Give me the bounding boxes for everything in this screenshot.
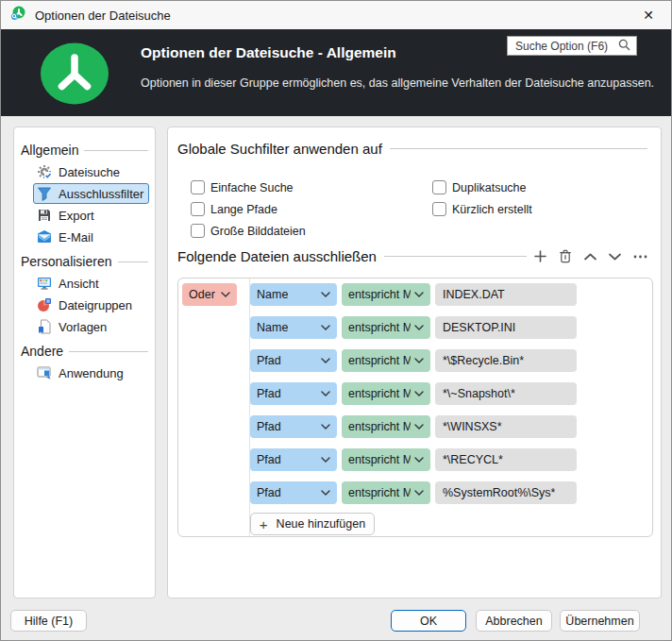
trash-icon[interactable] [559, 249, 572, 263]
checkbox-label: Duplikatsuche [452, 181, 527, 194]
pattern-value-field[interactable]: *\~Snapshot\* [435, 382, 577, 405]
sidebar-item-label: Vorlagen [59, 320, 107, 334]
pattern-value-field[interactable]: *\WINSXS* [435, 415, 577, 438]
checkbox[interactable] [191, 180, 205, 194]
main-panel: Globale Suchfilter anwenden auf Einfache… [167, 127, 662, 599]
sidebar-group-label: Allgemein [21, 143, 78, 158]
sidebar-group-header: Personalisieren [21, 251, 151, 272]
pattern-value: *\RECYCL* [443, 453, 503, 466]
field-select[interactable]: Pfad [250, 448, 337, 471]
sidebar-item-label: Export [59, 209, 94, 223]
field-label: Pfad [257, 486, 281, 499]
field-select[interactable]: Name [250, 316, 337, 339]
treesize-logo-icon [40, 42, 109, 109]
sidebar-item-label: Dateisuche [59, 165, 120, 179]
option-search-input[interactable] [513, 39, 614, 54]
pattern-value: DESKTOP.INI [443, 321, 515, 334]
match-type-select[interactable]: entspricht Mus [342, 316, 430, 339]
floppy-icon [37, 208, 52, 223]
field-select[interactable]: Pfad [250, 481, 337, 504]
pattern-value: %SystemRoot%\Sys* [443, 486, 555, 499]
application-icon [37, 365, 52, 380]
sidebar-item-label: Ausschlussfilter [59, 187, 143, 201]
apply-button[interactable]: Übernehmen [560, 610, 640, 632]
chevron-down-icon [411, 457, 424, 463]
pattern-value-field[interactable]: DESKTOP.INI [435, 316, 577, 339]
envelope-icon [37, 229, 52, 245]
checkbox-option-einfache-suche: Einfache Suche [191, 177, 306, 198]
checkbox-option-duplikatsuche: Duplikatsuche [432, 177, 532, 198]
divider [390, 148, 647, 149]
chevron-down-icon[interactable] [609, 253, 621, 261]
pattern-value-field[interactable]: *\RECYCL* [435, 448, 577, 471]
field-label: Pfad [257, 420, 281, 433]
add-icon[interactable] [534, 250, 546, 262]
sidebar-group-header: Allgemein [21, 140, 151, 160]
page-subtitle: Optionen in dieser Gruppe ermöglichen es… [141, 76, 654, 90]
option-search[interactable] [507, 36, 637, 56]
pattern-value-field[interactable]: %SystemRoot%\Sys* [435, 481, 577, 504]
titlebar: Optionen der Dateisuche ✕ [1, 1, 671, 29]
exclude-title: Folgende Dateien ausschließen [177, 248, 377, 264]
chevron-down-icon [217, 292, 230, 297]
sidebar-item-anwendung[interactable]: Anwendung [33, 363, 149, 383]
chevron-up-icon[interactable] [584, 253, 596, 261]
templates-icon [37, 319, 52, 334]
field-select[interactable]: Name [250, 283, 337, 306]
filter-row: Name entspricht Mus DESKTOP.INI [250, 316, 577, 339]
pattern-value: *\WINSXS* [443, 420, 502, 433]
checkbox[interactable] [191, 224, 205, 238]
match-type-select[interactable]: entspricht Mus [342, 382, 430, 405]
sidebar-item-vorlagen[interactable]: Vorlagen [33, 316, 149, 337]
global-filter-title: Globale Suchfilter anwenden auf [177, 141, 382, 157]
sidebar-item-dateisuche[interactable]: Dateisuche [33, 161, 149, 182]
cancel-button[interactable]: Abbrechen [476, 610, 552, 632]
match-type-label: entspricht Mus [348, 288, 411, 301]
sidebar-group-header: Andere [21, 341, 151, 362]
global-filter-section-header: Globale Suchfilter anwenden auf [177, 141, 647, 157]
pattern-value-field[interactable]: INDEX.DAT [435, 283, 577, 306]
chevron-down-icon [317, 325, 330, 330]
match-type-select[interactable]: entspricht Mus [342, 349, 430, 372]
match-type-select[interactable]: entspricht Mus [342, 283, 430, 306]
sidebar-item-e-mail[interactable]: E-Mail [33, 227, 149, 247]
ok-button[interactable]: OK [391, 610, 466, 632]
match-type-select[interactable]: entspricht Mus [342, 448, 430, 471]
sidebar-item-label: Dateigruppen [59, 298, 132, 312]
chevron-down-icon [317, 391, 330, 396]
operator-select[interactable]: Oder [182, 283, 237, 306]
match-type-select[interactable]: entspricht Mus [342, 415, 430, 438]
chevron-down-icon [317, 457, 330, 463]
chevron-down-icon [317, 424, 330, 430]
checkbox[interactable] [432, 180, 446, 194]
field-label: Pfad [257, 354, 281, 367]
checkbox-label: Einfache Suche [210, 181, 294, 194]
pattern-value-field[interactable]: *\$Recycle.Bin* [435, 349, 577, 372]
chevron-down-icon [317, 490, 330, 496]
field-select[interactable]: Pfad [250, 382, 337, 405]
sidebar-item-ausschlussfilter[interactable]: Ausschlussfilter [33, 183, 149, 204]
divider [384, 256, 527, 257]
add-new-filter-button[interactable]: + Neue hinzufügen [250, 513, 375, 535]
checkbox-column-1: Einfache Suche Lange Pfade Große Bilddat… [191, 177, 306, 242]
divider [69, 351, 148, 352]
chevron-down-icon [411, 292, 424, 297]
chevron-down-icon [411, 358, 424, 363]
sidebar-item-export[interactable]: Export [33, 205, 149, 226]
checkbox-option-lange-pfade: Lange Pfade [191, 198, 306, 220]
help-button[interactable]: Hilfe (F1) [10, 610, 87, 632]
exclude-filter-list: Oder Name entspricht Mus INDEX.DAT [177, 278, 653, 537]
close-button[interactable]: ✕ [635, 8, 662, 23]
checkbox[interactable] [432, 202, 446, 216]
sidebar-item-ansicht[interactable]: Ansicht [33, 273, 149, 294]
divider [84, 150, 148, 151]
field-select[interactable]: Pfad [250, 349, 337, 372]
sidebar-item-dateigruppen[interactable]: Dateigruppen [33, 295, 149, 315]
field-select[interactable]: Pfad [250, 415, 337, 438]
chevron-down-icon [317, 358, 330, 363]
checkbox[interactable] [191, 202, 205, 216]
sidebar-item-label: E-Mail [59, 230, 93, 245]
match-type-select[interactable]: entspricht Mus [342, 481, 430, 504]
ellipsis-icon[interactable] [633, 255, 647, 259]
sidebar-item-label: Anwendung [59, 366, 124, 380]
